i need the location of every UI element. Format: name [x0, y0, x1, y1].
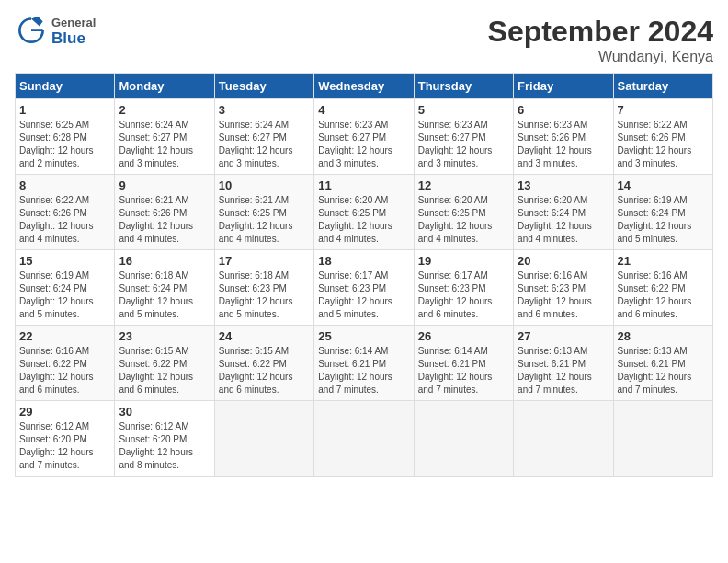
day-info: Sunrise: 6:20 AM Sunset: 6:25 PM Dayligh… — [418, 194, 509, 246]
day-info: Sunrise: 6:25 AM Sunset: 6:28 PM Dayligh… — [19, 119, 110, 170]
day-info: Sunrise: 6:23 AM Sunset: 6:27 PM Dayligh… — [318, 119, 409, 170]
calendar-day-cell: 27 Sunrise: 6:13 AM Sunset: 6:21 PM Dayl… — [514, 326, 613, 401]
day-info: Sunrise: 6:22 AM Sunset: 6:26 PM Dayligh… — [618, 119, 709, 170]
weekday-header-cell: Thursday — [414, 74, 513, 99]
day-number: 15 — [19, 254, 110, 268]
day-info: Sunrise: 6:16 AM Sunset: 6:22 PM Dayligh… — [618, 270, 709, 321]
day-number: 24 — [219, 329, 310, 343]
day-info: Sunrise: 6:12 AM Sunset: 6:20 PM Dayligh… — [119, 420, 210, 472]
calendar-day-cell: 15 Sunrise: 6:19 AM Sunset: 6:24 PM Dayl… — [16, 250, 115, 326]
day-number: 13 — [518, 178, 609, 192]
day-number: 12 — [418, 178, 509, 192]
day-info: Sunrise: 6:24 AM Sunset: 6:27 PM Dayligh… — [119, 119, 210, 170]
day-info: Sunrise: 6:24 AM Sunset: 6:27 PM Dayligh… — [219, 119, 310, 170]
calendar-day-cell: 20 Sunrise: 6:16 AM Sunset: 6:23 PM Dayl… — [514, 250, 613, 326]
calendar-day-cell: 10 Sunrise: 6:21 AM Sunset: 6:25 PM Dayl… — [214, 175, 313, 250]
day-info: Sunrise: 6:16 AM Sunset: 6:23 PM Dayligh… — [518, 270, 609, 321]
calendar-day-cell: 30 Sunrise: 6:12 AM Sunset: 6:20 PM Dayl… — [115, 401, 214, 477]
day-number: 8 — [19, 178, 110, 192]
calendar-day-cell: 28 Sunrise: 6:13 AM Sunset: 6:21 PM Dayl… — [613, 326, 712, 401]
day-number: 10 — [219, 178, 310, 192]
calendar-body: 1 Sunrise: 6:25 AM Sunset: 6:28 PM Dayli… — [16, 99, 713, 477]
day-info: Sunrise: 6:22 AM Sunset: 6:26 PM Dayligh… — [19, 194, 110, 246]
month-title: September 2024 — [488, 15, 713, 49]
calendar-day-cell: 4 Sunrise: 6:23 AM Sunset: 6:27 PM Dayli… — [314, 99, 414, 175]
day-info: Sunrise: 6:14 AM Sunset: 6:21 PM Dayligh… — [318, 345, 409, 396]
logo-general-text: General — [51, 16, 96, 29]
day-info: Sunrise: 6:18 AM Sunset: 6:23 PM Dayligh… — [219, 270, 310, 321]
calendar-day-cell: 3 Sunrise: 6:24 AM Sunset: 6:27 PM Dayli… — [214, 99, 313, 175]
title-area: September 2024 Wundanyi, Kenya — [488, 15, 713, 65]
day-number: 26 — [418, 329, 509, 343]
day-number: 17 — [219, 254, 310, 268]
day-number: 23 — [119, 329, 210, 343]
calendar-day-cell — [314, 401, 414, 477]
calendar-week-row: 1 Sunrise: 6:25 AM Sunset: 6:28 PM Dayli… — [16, 99, 713, 175]
day-info: Sunrise: 6:20 AM Sunset: 6:24 PM Dayligh… — [518, 194, 609, 246]
calendar-day-cell: 18 Sunrise: 6:17 AM Sunset: 6:23 PM Dayl… — [314, 250, 414, 326]
calendar-week-row: 15 Sunrise: 6:19 AM Sunset: 6:24 PM Dayl… — [16, 250, 713, 326]
day-number: 28 — [618, 329, 709, 343]
calendar-day-cell: 8 Sunrise: 6:22 AM Sunset: 6:26 PM Dayli… — [16, 175, 115, 250]
location-title: Wundanyi, Kenya — [488, 49, 713, 65]
calendar-day-cell: 14 Sunrise: 6:19 AM Sunset: 6:24 PM Dayl… — [613, 175, 712, 250]
day-number: 29 — [19, 405, 110, 419]
day-info: Sunrise: 6:13 AM Sunset: 6:21 PM Dayligh… — [618, 345, 709, 396]
calendar-day-cell — [514, 401, 613, 477]
day-number: 4 — [318, 103, 409, 117]
day-number: 2 — [119, 103, 210, 117]
calendar-day-cell: 19 Sunrise: 6:17 AM Sunset: 6:23 PM Dayl… — [414, 250, 513, 326]
day-number: 9 — [119, 178, 210, 192]
calendar-day-cell: 9 Sunrise: 6:21 AM Sunset: 6:26 PM Dayli… — [115, 175, 214, 250]
day-number: 27 — [518, 329, 609, 343]
calendar-week-row: 8 Sunrise: 6:22 AM Sunset: 6:26 PM Dayli… — [16, 175, 713, 250]
day-number: 6 — [518, 103, 609, 117]
day-number: 30 — [119, 405, 210, 419]
calendar-day-cell: 23 Sunrise: 6:15 AM Sunset: 6:22 PM Dayl… — [115, 326, 214, 401]
calendar-day-cell: 7 Sunrise: 6:22 AM Sunset: 6:26 PM Dayli… — [613, 99, 712, 175]
day-info: Sunrise: 6:17 AM Sunset: 6:23 PM Dayligh… — [318, 270, 409, 321]
calendar-day-cell — [214, 401, 313, 477]
day-info: Sunrise: 6:13 AM Sunset: 6:21 PM Dayligh… — [518, 345, 609, 396]
calendar-day-cell: 24 Sunrise: 6:15 AM Sunset: 6:22 PM Dayl… — [214, 326, 313, 401]
day-info: Sunrise: 6:15 AM Sunset: 6:22 PM Dayligh… — [119, 345, 210, 396]
day-info: Sunrise: 6:19 AM Sunset: 6:24 PM Dayligh… — [19, 270, 110, 321]
day-number: 14 — [618, 178, 709, 192]
weekday-header-cell: Tuesday — [214, 74, 313, 99]
day-info: Sunrise: 6:18 AM Sunset: 6:24 PM Dayligh… — [119, 270, 210, 321]
logo: General Blue — [15, 15, 96, 48]
day-number: 19 — [418, 254, 509, 268]
logo-blue-text: Blue — [51, 29, 96, 48]
weekday-header-row: SundayMondayTuesdayWednesdayThursdayFrid… — [16, 74, 713, 99]
day-info: Sunrise: 6:21 AM Sunset: 6:25 PM Dayligh… — [219, 194, 310, 246]
day-number: 25 — [318, 329, 409, 343]
calendar-day-cell — [414, 401, 513, 477]
weekday-header-cell: Sunday — [16, 74, 115, 99]
day-info: Sunrise: 6:20 AM Sunset: 6:25 PM Dayligh… — [318, 194, 409, 246]
calendar-day-cell: 29 Sunrise: 6:12 AM Sunset: 6:20 PM Dayl… — [16, 401, 115, 477]
weekday-header-cell: Wednesday — [314, 74, 414, 99]
day-info: Sunrise: 6:15 AM Sunset: 6:22 PM Dayligh… — [219, 345, 310, 396]
day-info: Sunrise: 6:17 AM Sunset: 6:23 PM Dayligh… — [418, 270, 509, 321]
header: General Blue September 2024 Wundanyi, Ke… — [15, 15, 713, 65]
day-info: Sunrise: 6:16 AM Sunset: 6:22 PM Dayligh… — [19, 345, 110, 396]
day-number: 5 — [418, 103, 509, 117]
calendar-week-row: 29 Sunrise: 6:12 AM Sunset: 6:20 PM Dayl… — [16, 401, 713, 477]
day-number: 3 — [219, 103, 310, 117]
calendar-day-cell: 5 Sunrise: 6:23 AM Sunset: 6:27 PM Dayli… — [414, 99, 513, 175]
day-number: 7 — [618, 103, 709, 117]
general-blue-logo-icon — [15, 15, 48, 48]
calendar-day-cell: 26 Sunrise: 6:14 AM Sunset: 6:21 PM Dayl… — [414, 326, 513, 401]
day-number: 1 — [19, 103, 110, 117]
calendar-table: SundayMondayTuesdayWednesdayThursdayFrid… — [15, 73, 713, 477]
day-number: 21 — [618, 254, 709, 268]
day-info: Sunrise: 6:23 AM Sunset: 6:27 PM Dayligh… — [418, 119, 509, 170]
day-number: 16 — [119, 254, 210, 268]
calendar-day-cell: 2 Sunrise: 6:24 AM Sunset: 6:27 PM Dayli… — [115, 99, 214, 175]
calendar-day-cell: 25 Sunrise: 6:14 AM Sunset: 6:21 PM Dayl… — [314, 326, 414, 401]
calendar-day-cell: 17 Sunrise: 6:18 AM Sunset: 6:23 PM Dayl… — [214, 250, 313, 326]
calendar-day-cell: 21 Sunrise: 6:16 AM Sunset: 6:22 PM Dayl… — [613, 250, 712, 326]
calendar-day-cell: 11 Sunrise: 6:20 AM Sunset: 6:25 PM Dayl… — [314, 175, 414, 250]
calendar-day-cell: 6 Sunrise: 6:23 AM Sunset: 6:26 PM Dayli… — [514, 99, 613, 175]
calendar-day-cell: 16 Sunrise: 6:18 AM Sunset: 6:24 PM Dayl… — [115, 250, 214, 326]
